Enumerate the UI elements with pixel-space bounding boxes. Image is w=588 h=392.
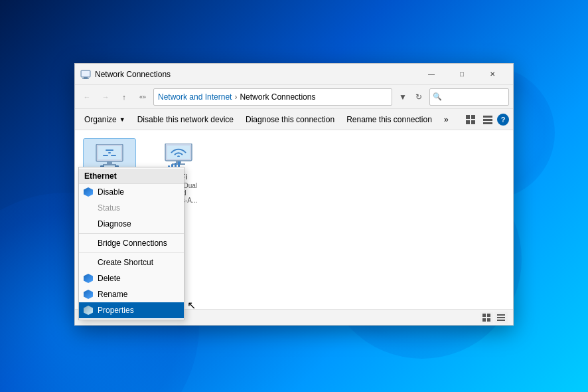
- status-grid-view[interactable]: [480, 312, 493, 324]
- back-button[interactable]: ←: [79, 89, 95, 105]
- svg-rect-34: [497, 317, 505, 318]
- path-separator: ›: [234, 92, 237, 102]
- svg-rect-16: [111, 155, 116, 156]
- up-button[interactable]: ↑: [116, 89, 132, 105]
- svg-rect-6: [466, 120, 470, 124]
- svg-rect-10: [483, 122, 492, 124]
- window-title: Network Connections: [95, 70, 416, 79]
- organize-label: Organize: [84, 115, 117, 124]
- svg-rect-4: [466, 115, 470, 119]
- svg-rect-7: [471, 120, 475, 124]
- forward-button[interactable]: →: [98, 89, 113, 105]
- diagnose-button[interactable]: Diagnose this connection: [240, 111, 340, 128]
- window-icon: [80, 69, 91, 80]
- path-part-1: Network and Internet: [158, 92, 232, 102]
- title-bar: Network Connections — □ ✕: [75, 64, 513, 85]
- context-properties[interactable]: Properties: [79, 302, 184, 318]
- svg-rect-8: [483, 116, 492, 118]
- content-area: Ethernet: [75, 130, 513, 309]
- context-shortcut[interactable]: Create Shortcut: [79, 254, 184, 270]
- status-list-view[interactable]: [494, 312, 508, 324]
- context-separator-2: [79, 252, 184, 253]
- address-bar: ← → ↑ «» Network and Internet › Network …: [75, 85, 513, 109]
- context-rename[interactable]: Rename: [79, 286, 184, 302]
- toolbar-right: ?: [463, 112, 509, 128]
- svg-rect-15: [103, 155, 108, 156]
- minimize-button[interactable]: —: [416, 64, 447, 85]
- svg-rect-9: [483, 119, 492, 121]
- svg-rect-32: [487, 318, 490, 322]
- context-separator-1: [79, 233, 184, 234]
- context-bridge[interactable]: Bridge Connections: [79, 235, 184, 251]
- organize-button[interactable]: Organize ▼: [79, 111, 131, 128]
- svg-rect-3: [82, 71, 90, 76]
- view-toggle-button[interactable]: [463, 112, 478, 128]
- context-menu: Ethernet Disable Status Diagnose Bridge …: [78, 167, 184, 320]
- svg-rect-13: [106, 149, 113, 151]
- context-status: Status: [79, 200, 184, 216]
- svg-rect-5: [471, 115, 475, 119]
- rename-button[interactable]: Rename this connection: [341, 111, 437, 128]
- network-connections-window: Network Connections — □ ✕ ← → ↑ «» Netwo…: [74, 63, 514, 326]
- toolbar: Organize ▼ Disable this network device D…: [75, 109, 513, 130]
- shield-icon-rename: [83, 289, 94, 300]
- organize-chevron: ▼: [119, 116, 125, 123]
- list-view-button[interactable]: [480, 112, 496, 128]
- maximize-button[interactable]: □: [447, 64, 477, 85]
- context-menu-header: Ethernet: [79, 169, 184, 184]
- context-disable[interactable]: Disable: [79, 184, 184, 200]
- svg-rect-33: [497, 314, 505, 316]
- path-part-2: Network Connections: [240, 92, 315, 102]
- svg-rect-18: [103, 164, 116, 165]
- shield-icon-disable: [83, 187, 94, 197]
- context-delete[interactable]: Delete: [79, 270, 184, 286]
- status-view-controls: [480, 312, 508, 324]
- context-diagnose[interactable]: Diagnose: [79, 216, 184, 232]
- svg-rect-14: [108, 152, 111, 153]
- window-controls: — □ ✕: [416, 64, 508, 85]
- svg-rect-17: [107, 161, 112, 164]
- svg-rect-31: [482, 318, 486, 322]
- svg-rect-1: [84, 77, 88, 78]
- svg-rect-29: [482, 314, 486, 317]
- svg-rect-30: [487, 314, 490, 317]
- expand-button[interactable]: «»: [135, 89, 151, 105]
- shield-icon-delete: [83, 273, 94, 284]
- disable-network-button[interactable]: Disable this network device: [132, 111, 239, 128]
- search-box[interactable]: 🔍: [429, 88, 509, 106]
- dropdown-button[interactable]: ▼: [395, 89, 411, 105]
- close-button[interactable]: ✕: [477, 64, 508, 85]
- svg-rect-35: [497, 320, 505, 321]
- shield-icon-properties: [83, 305, 94, 316]
- more-toolbar-button[interactable]: »: [439, 111, 454, 128]
- address-path[interactable]: Network and Internet › Network Connectio…: [153, 88, 392, 106]
- search-icon: 🔍: [433, 92, 442, 101]
- refresh-button[interactable]: ↻: [411, 89, 427, 105]
- help-button[interactable]: ?: [497, 114, 509, 126]
- svg-rect-2: [82, 78, 89, 79]
- wifi-icon: [163, 144, 194, 170]
